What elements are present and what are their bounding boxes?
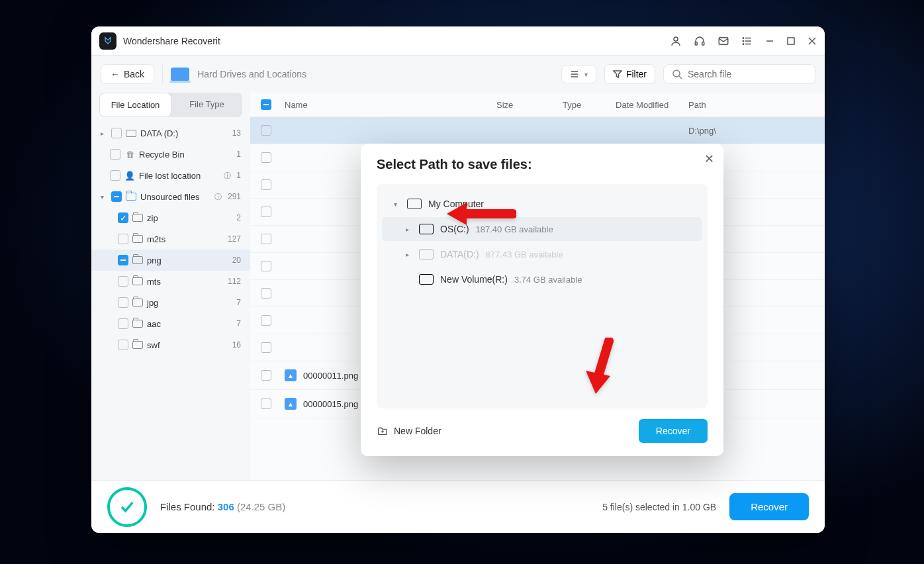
tree-item-recycle-bin[interactable]: 🗑 Recycle Bin 1 [91, 144, 250, 165]
checkbox[interactable] [261, 152, 271, 163]
folder-icon [126, 191, 136, 202]
filter-button[interactable]: Filter [604, 64, 655, 84]
expand-icon[interactable]: ▸ [406, 226, 412, 233]
drive-data-d[interactable]: ▸ DATA(D:) 877.43 GB available [382, 242, 702, 266]
checkbox[interactable]: ✓ [118, 212, 128, 223]
svg-rect-11 [788, 38, 794, 44]
checkbox[interactable] [111, 191, 122, 202]
expand-icon[interactable]: ▸ [406, 251, 412, 258]
dialog-title: Select Path to save files: [377, 157, 708, 172]
tree-item-jpg[interactable]: jpg 7 [91, 292, 250, 313]
checkbox[interactable] [261, 207, 271, 217]
search-box[interactable] [663, 64, 815, 84]
svg-point-17 [673, 70, 680, 77]
dialog-footer: New Folder Recover [377, 408, 708, 443]
drive-icon [419, 249, 434, 259]
search-icon [672, 69, 682, 79]
checkbox[interactable] [261, 399, 271, 409]
col-date[interactable]: Date Modified [616, 100, 688, 110]
mail-icon[interactable] [717, 35, 729, 47]
status-bar: Files Found: 306 (24.25 GB) 5 file(s) se… [91, 480, 825, 533]
drive-new-volume-r[interactable]: ▸ New Volume(R:) 3.74 GB available [382, 267, 702, 291]
table-header: Name Size Type Date Modified Path [250, 93, 825, 117]
checkbox[interactable] [118, 255, 128, 265]
col-name[interactable]: Name [285, 100, 496, 110]
dialog-recover-button[interactable]: Recover [639, 419, 708, 443]
selection-summary: 5 file(s) selected in 1.00 GB [602, 502, 716, 512]
headset-icon[interactable] [694, 35, 706, 47]
folder-icon [132, 276, 143, 287]
close-button[interactable] [808, 36, 817, 46]
checkbox[interactable] [261, 370, 271, 381]
expand-icon[interactable]: ▸ [101, 130, 107, 137]
recover-button[interactable]: Recover [729, 493, 809, 520]
sidebar: File Location File Type ▸ DATA (D:) 13 🗑… [91, 93, 250, 480]
user-icon[interactable] [670, 35, 682, 47]
checkbox[interactable] [118, 234, 128, 244]
drive-os-c[interactable]: ▸ OS(C:) 187.40 GB available [382, 217, 702, 241]
list-icon[interactable] [741, 35, 753, 47]
new-folder-icon [377, 425, 389, 437]
col-size[interactable]: Size [496, 100, 563, 110]
drive-icon [171, 68, 189, 81]
checkbox[interactable] [261, 234, 271, 244]
image-file-icon: ▲ [285, 398, 297, 410]
help-icon[interactable]: ⓘ [222, 170, 232, 181]
drive-tree: ▾ My Computer ▸ OS(C:) 187.40 GB availab… [377, 184, 708, 408]
checkbox[interactable] [261, 125, 271, 136]
tree-item-unsourced[interactable]: ▾ Unsourced files ⓘ 291 [91, 186, 250, 207]
tree-item-swf[interactable]: swf 16 [91, 334, 250, 355]
col-type[interactable]: Type [563, 100, 616, 110]
help-icon[interactable]: ⓘ [213, 191, 224, 202]
tree-item-aac[interactable]: aac 7 [91, 313, 250, 334]
tree-item-mts[interactable]: mts 112 [91, 271, 250, 292]
tab-file-location[interactable]: File Location [99, 93, 171, 117]
file-row[interactable]: D:\png\ [250, 117, 825, 144]
location-breadcrumb[interactable]: Hard Drives and Locations [197, 69, 306, 79]
checkbox[interactable] [261, 288, 271, 299]
minimize-button[interactable] [765, 36, 774, 46]
tree-item-data-d[interactable]: ▸ DATA (D:) 13 [91, 122, 250, 144]
back-label: Back [124, 69, 144, 79]
tree-item-file-lost[interactable]: 👤 File lost location ⓘ 1 [91, 165, 250, 186]
dialog-close-button[interactable]: ✕ [704, 152, 714, 166]
annotation-arrow-1 [443, 197, 516, 233]
checkbox[interactable] [261, 315, 271, 326]
view-options-button[interactable]: ▾ [561, 65, 596, 83]
header-checkbox[interactable] [261, 99, 271, 110]
new-folder-button[interactable]: New Folder [377, 425, 441, 437]
checkbox[interactable] [118, 340, 128, 350]
drive-root[interactable]: ▾ My Computer [382, 192, 702, 216]
checkbox[interactable] [118, 276, 128, 287]
checkbox[interactable] [118, 318, 128, 329]
maximize-button[interactable] [786, 36, 796, 46]
col-path[interactable]: Path [688, 100, 814, 110]
filter-label: Filter [626, 69, 647, 79]
svg-point-9 [743, 43, 744, 44]
computer-icon [407, 199, 422, 209]
save-path-dialog: ✕ Select Path to save files: ▾ My Comput… [361, 144, 723, 456]
checkbox[interactable] [118, 297, 128, 308]
checkbox[interactable] [111, 128, 122, 138]
folder-icon [132, 255, 143, 265]
app-logo [99, 32, 116, 50]
sidebar-tree: ▸ DATA (D:) 13 🗑 Recycle Bin 1 👤 File lo… [91, 117, 250, 361]
tree-item-m2ts[interactable]: m2ts 127 [91, 228, 250, 250]
trash-icon: 🗑 [124, 149, 135, 160]
checkbox[interactable] [261, 342, 271, 353]
search-input[interactable] [688, 69, 807, 79]
tab-file-type[interactable]: File Type [171, 93, 242, 117]
checkbox[interactable] [110, 170, 120, 181]
checkbox[interactable] [261, 179, 271, 190]
folder-icon [132, 340, 143, 350]
folder-icon [132, 318, 143, 329]
sidebar-tabs: File Location File Type [99, 93, 242, 117]
chevron-down-icon: ▾ [584, 71, 588, 78]
checkbox[interactable] [261, 261, 271, 271]
back-button[interactable]: ← Back [101, 64, 154, 84]
tree-item-zip[interactable]: ✓ zip 2 [91, 207, 250, 228]
checkbox[interactable] [110, 149, 120, 160]
expand-icon[interactable]: ▾ [394, 201, 400, 208]
tree-item-png[interactable]: png 20 [91, 250, 250, 271]
expand-icon[interactable]: ▾ [101, 193, 107, 201]
